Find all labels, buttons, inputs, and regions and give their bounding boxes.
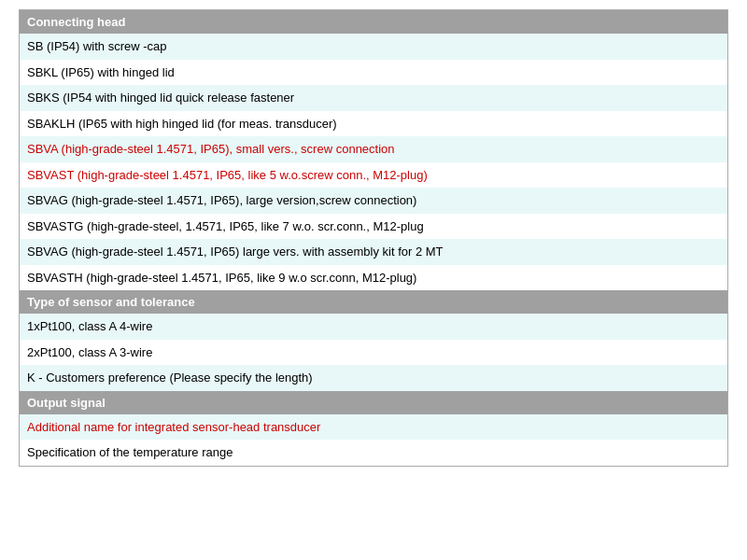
section-header-connecting-head: Connecting head (20, 10, 727, 34)
list-item-row-12: 2xPt100, class A 3-wire (20, 340, 727, 366)
list-item-row-4: SBAKLH (IP65 with high hinged lid (for m… (20, 111, 727, 137)
list-item-row-6: SBVAST (high-grade-steel 1.4571, IP65, l… (20, 162, 727, 189)
section-header-output-signal: Output signal (20, 391, 727, 414)
list-item-row-8: SBVASTG (high-grade-steel, 1.4571, IP65,… (20, 214, 727, 240)
main-table: Connecting headSB (IP54) with screw -cap… (19, 9, 728, 467)
section-header-sensor-type: Type of sensor and tolerance (20, 290, 727, 314)
list-item-row-13: K - Customers preference (Please specify… (20, 365, 727, 391)
list-item-row-11: 1xPt100, class A 4-wire (20, 314, 727, 340)
list-item-row-9: SBVAG (high-grade-steel 1.4571, IP65) la… (20, 239, 727, 265)
list-item-row-10: SBVASTH (high-grade-steel 1.4571, IP65, … (20, 265, 727, 291)
list-item-row-5: SBVA (high-grade-steel 1.4571, IP65), sm… (20, 136, 727, 162)
list-item-row-2: SBKL (IP65) with hinged lid (20, 60, 727, 86)
list-item-row-3: SBKS (IP54 with hinged lid quick release… (20, 85, 727, 111)
list-item-row-14: Additional name for integrated sensor-he… (20, 414, 727, 441)
list-item-row-15: Specification of the temperature range (20, 440, 727, 466)
list-item-row-7: SBVAG (high-grade-steel 1.4571, IP65), l… (20, 188, 727, 214)
list-item-row-1: SB (IP54) with screw -cap (20, 34, 727, 60)
